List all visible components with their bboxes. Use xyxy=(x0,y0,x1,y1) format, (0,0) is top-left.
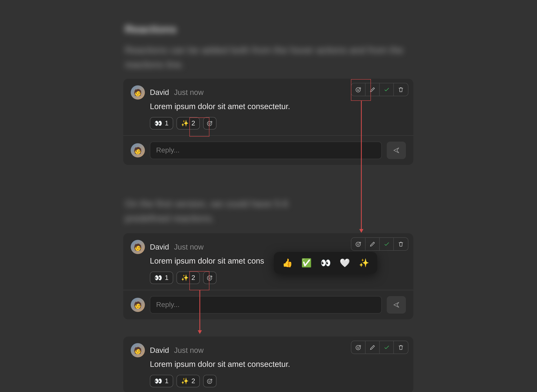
trash-icon xyxy=(398,86,404,93)
reaction-option-sparkles[interactable]: ✨ xyxy=(359,258,369,268)
reactions-row: 👀 1 ✨ 2 xyxy=(150,375,406,387)
reply-input[interactable] xyxy=(150,142,382,159)
check-icon xyxy=(383,241,390,247)
comment-body: Lorem ipsum dolor sit amet consectetur. xyxy=(150,102,406,111)
trash-icon xyxy=(398,344,404,351)
eyes-emoji: 👀 xyxy=(154,120,162,127)
check-icon xyxy=(383,344,390,351)
comment-timestamp: Just now xyxy=(174,243,204,251)
svg-point-2 xyxy=(210,123,210,123)
hover-action-bar xyxy=(351,237,408,251)
svg-point-1 xyxy=(209,123,209,123)
reaction-eyes[interactable]: 👀 1 xyxy=(150,272,173,284)
section-intro: Reactions can be added both from the hov… xyxy=(125,43,408,72)
send-button[interactable] xyxy=(387,296,406,314)
sparkles-emoji: ✨ xyxy=(181,377,189,385)
avatar: 🧑 xyxy=(131,240,145,254)
annotation-arrowhead-1 xyxy=(359,229,363,233)
action-add-reaction[interactable] xyxy=(351,238,366,250)
annotation-arrow-2 xyxy=(199,290,200,331)
annotation-arrow-1 xyxy=(361,101,361,230)
svg-point-16 xyxy=(357,347,357,347)
sparkles-count: 2 xyxy=(191,274,195,282)
svg-point-14 xyxy=(210,381,210,381)
sparkles-count: 2 xyxy=(191,120,195,127)
avatar: 🧑 xyxy=(131,143,145,158)
trash-icon xyxy=(398,241,404,247)
emoji-add-icon xyxy=(355,86,361,93)
eyes-count: 1 xyxy=(165,274,169,282)
emoji-add-icon xyxy=(206,378,213,384)
svg-point-5 xyxy=(358,89,359,89)
comment-card-2: 🧑 David Just now Lorem ipsum dolor sit a… xyxy=(123,233,413,320)
sparkles-emoji: ✨ xyxy=(181,120,189,127)
comment-card-3: 🧑 David Just now Lorem ipsum dolor sit a… xyxy=(123,337,413,392)
eyes-count: 1 xyxy=(165,120,169,127)
svg-point-17 xyxy=(358,347,359,347)
action-delete[interactable] xyxy=(394,238,408,250)
action-add-reaction[interactable] xyxy=(351,83,366,96)
reply-input[interactable] xyxy=(150,296,382,314)
pencil-icon xyxy=(369,86,376,93)
comment-timestamp: Just now xyxy=(174,346,204,355)
section-note: On the first version, we could have 5-6 … xyxy=(125,196,325,225)
send-button[interactable] xyxy=(387,142,406,159)
comment-timestamp: Just now xyxy=(174,88,204,97)
svg-point-10 xyxy=(357,244,357,244)
svg-point-11 xyxy=(358,244,359,244)
emoji-add-icon xyxy=(355,344,361,351)
eyes-count: 1 xyxy=(165,377,169,385)
comment-card-1: 🧑 David Just now Lorem ipsum dolor sit a… xyxy=(123,79,413,165)
action-resolve[interactable] xyxy=(380,83,394,96)
svg-point-8 xyxy=(210,277,210,278)
avatar: 🧑 xyxy=(131,298,145,312)
comment-author: David xyxy=(150,243,169,251)
svg-point-4 xyxy=(357,89,357,89)
add-reaction-button[interactable] xyxy=(203,272,216,284)
comment-author: David xyxy=(150,88,169,97)
reaction-eyes[interactable]: 👀 1 xyxy=(150,375,173,387)
send-icon xyxy=(393,301,400,309)
svg-point-7 xyxy=(209,277,209,278)
action-resolve[interactable] xyxy=(380,238,394,250)
action-delete[interactable] xyxy=(394,83,408,96)
reaction-sparkles[interactable]: ✨ 2 xyxy=(176,375,200,387)
sparkles-count: 2 xyxy=(191,377,195,385)
annotation-arrowhead-2 xyxy=(198,330,202,334)
send-icon xyxy=(393,147,400,154)
action-edit[interactable] xyxy=(366,341,380,354)
reaction-sparkles[interactable]: ✨ 2 xyxy=(176,272,200,284)
section-heading: Reactions xyxy=(125,23,177,36)
eyes-emoji: 👀 xyxy=(154,274,162,282)
sparkles-emoji: ✨ xyxy=(181,274,189,282)
hover-action-bar xyxy=(351,83,408,96)
pencil-icon xyxy=(369,344,376,351)
svg-point-13 xyxy=(209,381,209,381)
action-resolve[interactable] xyxy=(380,341,394,354)
add-reaction-button[interactable] xyxy=(203,375,216,387)
check-icon xyxy=(383,86,390,93)
reaction-eyes[interactable]: 👀 1 xyxy=(150,117,173,130)
emoji-add-icon xyxy=(355,241,361,247)
comment-body: Lorem ipsum dolor sit amet consectetur. xyxy=(150,360,406,369)
eyes-emoji: 👀 xyxy=(154,377,162,385)
action-add-reaction[interactable] xyxy=(351,341,366,354)
pencil-icon xyxy=(369,241,376,247)
avatar: 🧑 xyxy=(131,343,145,357)
hover-action-bar xyxy=(351,341,408,354)
emoji-add-icon xyxy=(206,120,213,127)
reaction-sparkles[interactable]: ✨ 2 xyxy=(176,117,200,130)
avatar: 🧑 xyxy=(131,85,145,100)
action-edit[interactable] xyxy=(366,238,380,250)
action-delete[interactable] xyxy=(394,341,408,354)
emoji-add-icon xyxy=(206,275,213,281)
reactions-row: 👀 1 ✨ 2 xyxy=(150,117,406,130)
add-reaction-button[interactable] xyxy=(203,117,216,130)
comment-author: David xyxy=(150,346,169,355)
reaction-option-heart[interactable]: 🤍 xyxy=(340,258,350,268)
reaction-option-eyes[interactable]: 👀 xyxy=(320,258,331,268)
reaction-option-check[interactable]: ✅ xyxy=(301,258,311,268)
reaction-picker-popover: 👍 ✅ 👀 🤍 ✨ xyxy=(274,252,377,274)
reaction-option-thumbs-up[interactable]: 👍 xyxy=(282,258,292,268)
action-edit[interactable] xyxy=(366,83,380,96)
